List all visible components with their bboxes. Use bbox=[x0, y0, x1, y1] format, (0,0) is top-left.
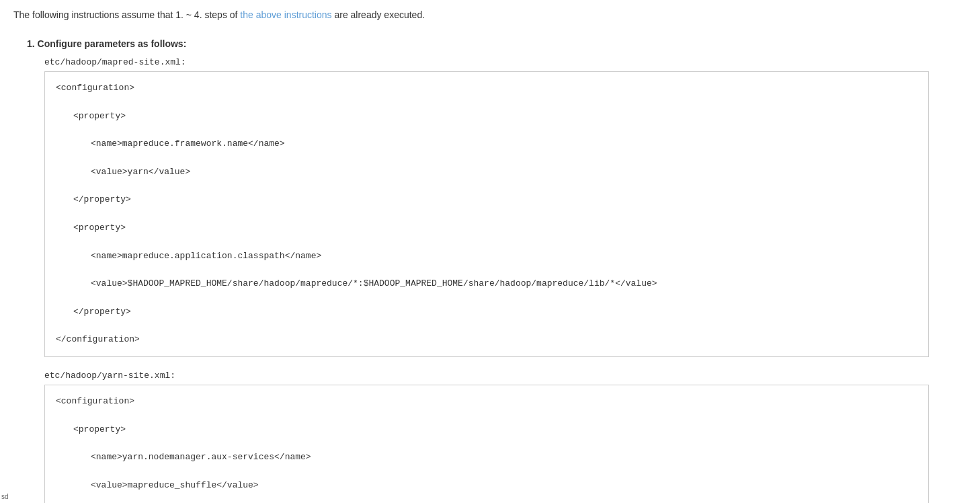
mapred-line-3: <name>mapreduce.framework.name</name> bbox=[91, 137, 917, 151]
mapred-line-9: </property> bbox=[73, 305, 917, 319]
mapred-code-block: <configuration> <property> <name>mapredu… bbox=[44, 71, 929, 357]
step-title: 1. Configure parameters as follows: bbox=[27, 38, 960, 49]
mapred-line-6: <property> bbox=[73, 221, 917, 235]
mapred-file-label: etc/hadoop/mapred-site.xml: bbox=[44, 57, 960, 67]
mapred-line-7: <name>mapreduce.application.classpath</n… bbox=[91, 249, 917, 264]
sd-label: sd bbox=[1, 493, 9, 500]
step-title-text: Configure parameters as follows: bbox=[38, 38, 187, 49]
intro-paragraph: The following instructions assume that 1… bbox=[13, 8, 960, 22]
mapred-line-10: </configuration> bbox=[56, 333, 917, 347]
yarn-line-1: <configuration> bbox=[56, 395, 917, 409]
intro-text-after: are already executed. bbox=[332, 9, 425, 20]
yarn-line-2: <property> bbox=[73, 423, 917, 437]
mapred-line-5: </property> bbox=[73, 193, 917, 207]
above-instructions-link[interactable]: the above instructions bbox=[240, 9, 331, 20]
yarn-code-block: <configuration> <property> <name>yarn.no… bbox=[44, 385, 929, 503]
yarn-line-3: <name>yarn.nodemanager.aux-services</nam… bbox=[91, 451, 917, 465]
mapred-line-4: <value>yarn</value> bbox=[91, 165, 917, 180]
step-number: 1. bbox=[27, 38, 35, 49]
page-container: The following instructions assume that 1… bbox=[0, 0, 980, 503]
mapred-line-1: <configuration> bbox=[56, 81, 917, 95]
mapred-line-2: <property> bbox=[73, 110, 917, 124]
mapred-line-8: <value>$HADOOP_MAPRED_HOME/share/hadoop/… bbox=[91, 277, 917, 291]
yarn-line-4: <value>mapreduce_shuffle</value> bbox=[91, 479, 917, 493]
yarn-file-label: etc/hadoop/yarn-site.xml: bbox=[44, 371, 960, 381]
intro-text-before: The following instructions assume that 1… bbox=[13, 9, 240, 20]
